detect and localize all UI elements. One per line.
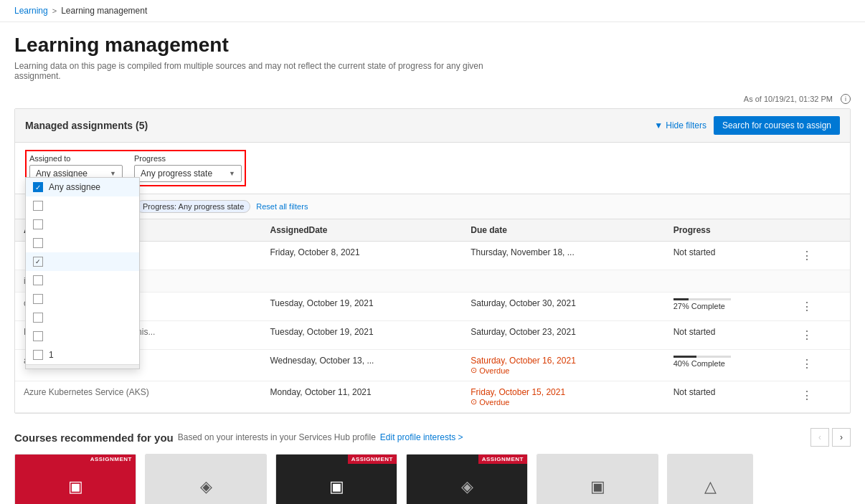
chevron-down-icon: ▼ [110,170,116,177]
cell-due-date-2: Saturday, October 30, 2021 [462,293,664,321]
cell-assigned-date-5: Monday, October 11, 2021 [261,381,462,413]
info-icon[interactable]: i [841,94,851,104]
row-actions-button-2[interactable]: ⋮ [797,298,817,315]
cell-due-date-3: Saturday, October 23, 2021 [462,321,664,350]
cell-actions: ⋮ [788,242,850,270]
row-actions-button-3[interactable]: ⋮ [797,327,817,343]
page-subtitle: Learning data on this page is compiled f… [14,61,516,81]
filter-progress-select[interactable]: Any progress state ▼ [134,165,242,182]
dropdown-item-5[interactable] [26,271,139,290]
course-badge-4: ASSIGNMENT [478,455,527,464]
cell-progress-5: Not started [665,381,788,413]
course-card-6[interactable]: △ ON-DEMAND VIDE [667,454,753,504]
filter-progress-label: Progress [134,154,242,163]
courses-title: Courses recommended for you [14,432,174,444]
course-thumb-4: ◈ ASSIGNMENT [407,455,527,504]
carousel-prev-button[interactable]: ‹ [810,428,829,447]
dropdown-item-any-assignee[interactable]: ✓ Any assignee [26,178,139,196]
table-row: iate [15,270,850,293]
toolbar-row: As of 10/19/21, 01:32 PM i [14,94,851,104]
cell-progress-2: 27% Complete [665,293,788,321]
checkbox-empty-7 [33,313,43,323]
table-header-bar: Managed assignments (5) ▼ Hide filters S… [15,109,850,143]
row-actions-button-5[interactable]: ⋮ [797,387,817,404]
col-assigned-date: AssignedDate [261,219,462,242]
cell-course-aks: Azure Kubernetes Service (AKS) [15,381,261,413]
table-container: Managed assignments (5) ▼ Hide filters S… [14,108,851,414]
course-card-1[interactable]: ▣ ASSIGNMENT ON-DEMAND VIDEOS [14,454,136,504]
table-header-actions: ▼ Hide filters Search for courses to ass… [654,116,840,135]
assignee-dropdown: ✓ Any assignee ✓ [25,177,140,369]
course-card-2[interactable]: ◈ ON-DEMAND VIDEOS [145,454,267,504]
filter-assigned-to-label: Assigned to [29,154,123,163]
carousel-next-button[interactable]: › [832,428,851,447]
main-content: As of 10/19/21, 01:32 PM i Managed assig… [0,87,865,504]
dropdown-item-6[interactable] [26,290,139,308]
course-thumb-3: ▣ ASSIGNMENT [276,455,397,504]
checkbox-empty-5 [33,275,43,285]
page-header: Learning management Learning data on thi… [0,22,865,87]
cell-progress: Not started [665,242,788,270]
course-icon-2: ◈ [200,477,212,496]
row-actions-button-1[interactable]: ⋮ [797,247,817,264]
filters-row: Assigned to Any assignee ▼ Progress Any … [15,143,850,194]
search-assign-button[interactable]: Search for courses to assign [714,116,840,135]
cell-assigned-date-4: Wednesday, October 13, ... [261,350,462,381]
active-filters-row: Assigned to: Any assignee Progress: Any … [15,194,850,219]
assignments-table: Assigned to AssignedDate Due date Progre… [15,219,850,413]
course-card-3[interactable]: ▣ ASSIGNMENT ON-DEMAND VIDEOS [275,454,397,504]
course-badge-3: ASSIGNMENT [348,455,397,464]
dropdown-item-2[interactable] [26,215,139,234]
breadcrumb-parent[interactable]: Learning [14,6,48,16]
courses-header: Courses recommended for you Based on you… [14,428,851,447]
course-icon-3: ▣ [329,477,344,496]
cell-due-date-4: Saturday, October 16, 2021 ⊙ Overdue [462,350,664,381]
breadcrumb-separator: > [52,6,57,15]
checkbox-empty-3 [33,238,43,248]
dropdown-item-8[interactable] [26,327,139,346]
course-icon-5: ▣ [590,477,605,496]
dropdown-item-9[interactable]: 1 [26,346,139,364]
cell-empty3 [665,270,788,293]
reset-all-filters-button[interactable]: Reset all filters [256,202,308,211]
overdue-badge: ⊙ Overdue [471,366,656,375]
course-icon-4: ◈ [461,477,473,496]
cell-progress-4: 40% Complete [665,350,788,381]
as-of-text: As of 10/19/21, 01:32 PM [744,95,833,103]
hide-filters-button[interactable]: ▼ Hide filters [654,120,706,130]
cell-empty2 [462,270,664,293]
col-actions [788,219,850,242]
dropdown-item-1[interactable] [26,196,139,215]
checkbox-empty-2 [33,219,43,229]
dropdown-scrollbar[interactable] [26,364,139,369]
cell-assigned-date-2: Tuesday, October 19, 2021 [261,293,462,321]
page-title: Learning management [14,34,851,57]
course-thumb-5: ▣ [537,455,658,504]
cell-due-date-5: Friday, October 15, 2021 ⊙ Overdue [462,381,664,413]
course-thumb-6: △ [668,455,752,504]
cell-assigned-date: Friday, October 8, 2021 [261,242,462,270]
checkbox-checked-4: ✓ [33,257,43,267]
cell-assigned-date-3: Tuesday, October 19, 2021 [261,321,462,350]
filter-tag-progress: Progress: Any progress state [136,200,250,213]
course-icon-1: ▣ [68,477,83,496]
checkbox-empty-8 [33,331,43,341]
chevron-down-icon-2: ▼ [229,170,235,177]
courses-nav: ‹ › [810,428,851,447]
cell-empty [261,270,462,293]
col-due-date: Due date [462,219,664,242]
course-card-5[interactable]: ▣ ON-DEMAND VIDEOS [537,454,658,504]
dropdown-item-4[interactable]: ✓ [26,252,139,271]
breadcrumb-current: Learning management [61,6,147,16]
edit-interests-link[interactable]: Edit profile interests > [380,432,463,442]
table-row: onnect Tuesday, October 19, 2021 Saturda… [15,293,850,321]
overdue-badge-2: ⊙ Overdue [471,397,656,406]
course-thumb-1: ▣ ASSIGNMENT [15,455,136,504]
checkbox-empty-9 [33,350,43,360]
cell-progress-3: Not started [665,321,788,350]
dropdown-item-7[interactable] [26,308,139,327]
course-card-4[interactable]: ◈ ASSIGNMENT ON-DEMAND VIDEOS [406,454,528,504]
checkbox-empty-6 [33,294,43,304]
dropdown-item-3[interactable] [26,234,139,252]
row-actions-button-4[interactable]: ⋮ [797,356,817,372]
